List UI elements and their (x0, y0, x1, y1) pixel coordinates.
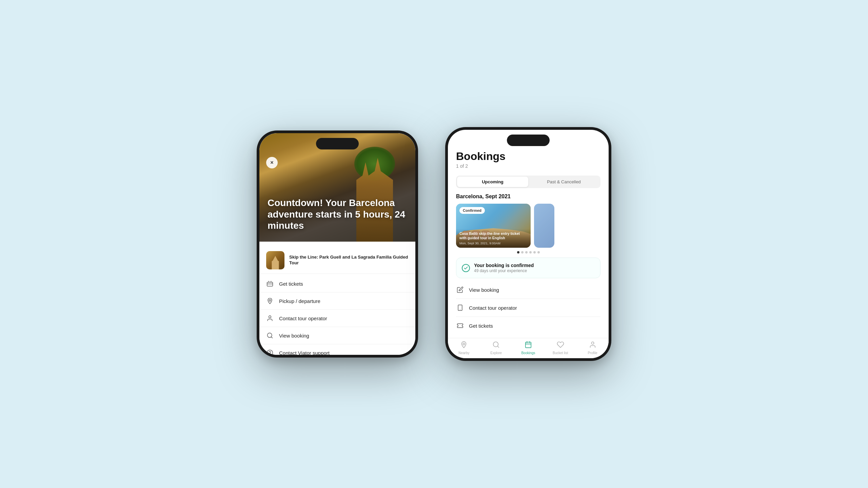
tabs-row: Upcoming Past & Cancelled (456, 176, 600, 188)
menu-item-get-tickets[interactable]: Get tickets (259, 275, 415, 292)
nav-label-explore: Explore (490, 351, 502, 355)
contact-operator-icon (266, 314, 274, 322)
dot-4 (529, 251, 532, 253)
dot-2 (521, 251, 524, 253)
phone1-inner: × Countdown! Your Barcelona adventure st… (259, 133, 415, 355)
phone1-content: Skip the Line: Park Guell and La Sagrada… (259, 242, 415, 355)
confirmed-badge: Confirmed (459, 207, 485, 214)
view-booking-action-icon (456, 286, 464, 294)
action-get-tickets[interactable]: Get tickets (456, 317, 600, 334)
phone-countdown: × Countdown! Your Barcelona adventure st… (257, 130, 418, 358)
menu-item-view-booking[interactable]: View booking (259, 327, 415, 344)
nav-label-profile: Profile (588, 351, 597, 355)
nav-label-nearby: Nearby (458, 351, 469, 355)
view-booking-icon (266, 332, 274, 339)
menu-label-contact-operator: Contact tour operator (279, 316, 327, 321)
tab-upcoming[interactable]: Upcoming (457, 177, 528, 187)
section-date: Barcelona, Sept 2021 (456, 194, 600, 200)
booking-card-main[interactable]: Confirmed Casa Batlò skip-the-line entry… (456, 204, 531, 248)
menu-item-viator-support[interactable]: Contact Viator support (259, 344, 415, 355)
nav-explore[interactable]: Explore (480, 341, 512, 355)
dot-1 (517, 251, 519, 253)
tour-card[interactable]: Skip the Line: Park Guell and La Sagrada… (259, 247, 415, 274)
nav-nearby[interactable]: Nearby (448, 341, 480, 355)
dot-3 (525, 251, 528, 253)
phone1-notch (316, 138, 359, 149)
menu-label-view-booking: View booking (279, 333, 309, 339)
menu-item-pickup[interactable]: Pickup / departure (259, 292, 415, 310)
get-tickets-action-icon (456, 322, 464, 330)
check-icon (462, 264, 470, 272)
nav-profile[interactable]: Profile (576, 341, 609, 355)
svg-point-2 (269, 316, 271, 318)
phone2-screen: Bookings 1 of 2 Upcoming Past & Cancelle… (448, 130, 609, 358)
booking-cards-row: Confirmed Casa Batlò skip-the-line entry… (456, 204, 600, 248)
menu-label-get-tickets: Get tickets (279, 281, 303, 287)
tour-title: Skip the Line: Park Guell and La Sagrada… (289, 255, 409, 266)
tickets-icon (266, 280, 274, 287)
svg-rect-10 (526, 342, 531, 348)
phone-bookings: Bookings 1 of 2 Upcoming Past & Cancelle… (445, 127, 611, 361)
nav-label-bookings: Bookings (521, 351, 535, 355)
tab-past-cancelled[interactable]: Past & Cancelled (528, 177, 599, 187)
dot-6 (537, 251, 540, 253)
menu-item-contact-operator[interactable]: Contact tour operator (259, 310, 415, 327)
bottom-nav: Nearby Explore (448, 338, 609, 358)
menu-label-pickup: Pickup / departure (279, 298, 320, 304)
svg-rect-0 (267, 282, 273, 286)
action-label-view-booking: View booking (469, 287, 499, 293)
thumb-building-decoration (270, 256, 280, 269)
bookings-nav-icon (525, 341, 532, 350)
countdown-text: Countdown! Your Barcelona adventure star… (268, 197, 407, 231)
scene: × Countdown! Your Barcelona adventure st… (257, 127, 611, 361)
bookings-count: 1 of 2 (456, 163, 600, 169)
dot-5 (533, 251, 536, 253)
nav-bucket-list[interactable]: Bucket list (544, 341, 576, 355)
contact-operator-action-icon (456, 304, 464, 312)
phone2-inner: Bookings 1 of 2 Upcoming Past & Cancelle… (448, 130, 609, 358)
viator-support-icon (266, 349, 274, 355)
close-button[interactable]: × (266, 157, 278, 168)
booking-info-text: Your booking is confirmed 49 days until … (474, 263, 534, 273)
card-info-overlay: Casa Batlò skip-the-line entry ticket wi… (456, 229, 531, 248)
bookings-title: Bookings (456, 150, 600, 163)
phone2-notch (507, 135, 550, 146)
phone1-screen: × Countdown! Your Barcelona adventure st… (259, 133, 415, 355)
preview-bg (534, 204, 554, 248)
svg-point-8 (463, 343, 465, 345)
booking-section: Barcelona, Sept 2021 (448, 188, 609, 248)
explore-nav-icon (492, 341, 500, 350)
nav-label-bucket-list: Bucket list (553, 351, 568, 355)
action-label-get-tickets: Get tickets (469, 323, 493, 329)
tour-thumbnail (266, 251, 284, 269)
card-title: Casa Batlò skip-the-line entry ticket wi… (459, 231, 527, 241)
svg-point-14 (591, 342, 594, 344)
phone1-hero-image: × Countdown! Your Barcelona adventure st… (259, 133, 415, 242)
svg-rect-6 (458, 305, 462, 311)
booking-card-preview[interactable] (534, 204, 554, 248)
card-datetime: Mon, Sept 30, 2021, 9:00AM (459, 241, 527, 245)
action-label-contact-operator: Contact tour operator (469, 305, 517, 311)
bucket-list-nav-icon (557, 341, 564, 350)
action-view-booking[interactable]: View booking (456, 281, 600, 299)
nearby-nav-icon (460, 341, 468, 350)
menu-label-viator-support: Contact Viator support (279, 350, 330, 355)
pickup-icon (266, 297, 274, 305)
booking-confirmed-card: Your booking is confirmed 49 days until … (456, 258, 600, 278)
action-contact-operator[interactable]: Contact tour operator (456, 299, 600, 317)
profile-nav-icon (589, 341, 596, 350)
dots-row (448, 251, 609, 253)
action-list: View booking Contact tour operator (456, 281, 600, 334)
confirmed-title: Your booking is confirmed (474, 263, 534, 268)
nav-bookings[interactable]: Bookings (512, 341, 545, 355)
svg-point-1 (269, 300, 271, 301)
confirmed-subtitle: 49 days until your experience (474, 268, 534, 273)
